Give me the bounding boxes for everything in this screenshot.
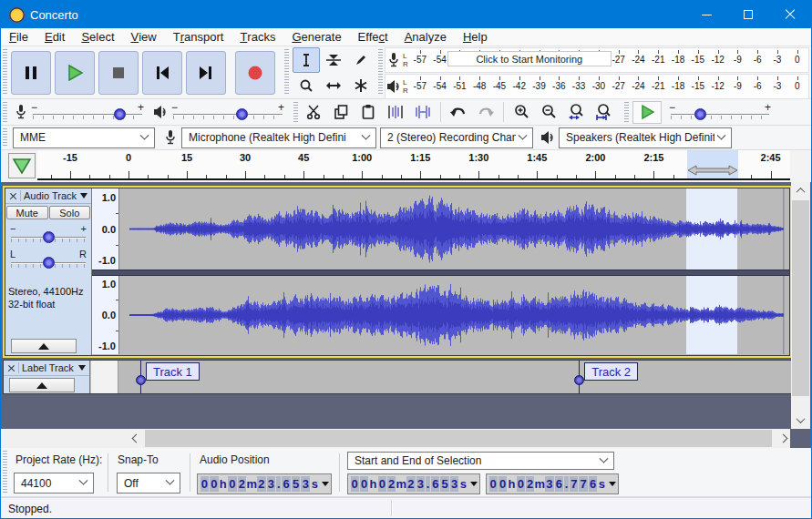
time-digit[interactable]: 0	[499, 476, 507, 492]
recording-device-select[interactable]: Microphone (Realtek High Defini	[181, 127, 376, 148]
time-digit[interactable]: 0	[210, 476, 219, 492]
draw-tool-button[interactable]	[347, 47, 375, 73]
record-button[interactable]	[235, 51, 275, 95]
play-button[interactable]	[55, 51, 95, 95]
scroll-right-button[interactable]	[774, 429, 792, 448]
time-digit[interactable]: 7	[579, 476, 587, 492]
time-digit[interactable]: 6	[282, 476, 291, 492]
timeline-ruler[interactable]: -1501530451:001:151:301:452:002:152:302:…	[37, 150, 790, 180]
time-digit[interactable]: 0	[351, 476, 359, 492]
play-speed-slider[interactable]: − +	[669, 102, 771, 122]
playback-volume-slider[interactable]: − +	[171, 102, 284, 122]
time-unit[interactable]: m	[396, 476, 406, 492]
audio-position-field[interactable]: 00h02m23.653s	[197, 473, 332, 494]
menu-file[interactable]: File	[1, 28, 36, 46]
horizontal-scrollbar-thumb[interactable]	[145, 430, 772, 447]
label-marker-handle[interactable]	[574, 375, 584, 385]
transport-toolbar-grip[interactable]	[3, 49, 7, 96]
time-digit[interactable]: 0	[378, 476, 386, 492]
monitoring-overlay[interactable]: Click to Start Monitoring	[447, 51, 612, 66]
time-digit[interactable]: 0	[517, 476, 525, 492]
zoom-tool-button[interactable]	[293, 73, 320, 98]
time-digit[interactable]: 0	[228, 476, 237, 492]
silence-audio-button[interactable]	[410, 100, 436, 124]
pause-button[interactable]	[11, 51, 51, 95]
fit-project-button[interactable]	[591, 100, 616, 124]
play-at-speed-button[interactable]	[632, 101, 662, 124]
close-track-button[interactable]	[5, 361, 18, 375]
time-digit[interactable]: 6	[431, 476, 439, 492]
time-unit[interactable]: h	[369, 476, 377, 492]
playback-volume-thumb[interactable]	[236, 108, 248, 120]
time-digit[interactable]: 2	[238, 476, 247, 492]
fit-selection-button[interactable]	[563, 100, 589, 124]
scroll-left-button[interactable]	[127, 429, 145, 448]
time-digit[interactable]: 0	[489, 476, 498, 492]
audio-track[interactable]: Audio Track Mute Solo − + L R	[3, 186, 792, 358]
paste-button[interactable]	[355, 100, 381, 124]
time-digit[interactable]: 5	[440, 476, 448, 492]
time-digit[interactable]: .	[276, 476, 281, 492]
collapse-track-button[interactable]	[11, 339, 77, 353]
skip-to-start-button[interactable]	[142, 51, 182, 95]
menu-help[interactable]: Help	[455, 28, 496, 46]
timeline-options-button[interactable]	[8, 153, 36, 178]
audio-host-select[interactable]: MME	[13, 127, 155, 148]
time-digit[interactable]: 2	[257, 476, 266, 492]
label-track[interactable]: Label Track Track 1Track 2	[3, 360, 792, 394]
selection-toolbar-grip[interactable]	[3, 451, 7, 494]
label-track-content[interactable]: Track 1Track 2	[119, 361, 791, 393]
time-digit[interactable]: 3	[450, 476, 458, 492]
time-digit[interactable]: 2	[406, 476, 415, 492]
maximize-button[interactable]	[727, 1, 769, 28]
horizontal-scrollbar[interactable]	[127, 429, 792, 448]
copy-button[interactable]	[328, 100, 354, 124]
pan-slider[interactable]: L R	[10, 249, 87, 272]
selection-mode-select[interactable]: Start and End of Selection	[347, 452, 614, 470]
time-shift-tool-button[interactable]	[320, 73, 347, 98]
time-unit[interactable]: s	[311, 476, 320, 492]
time-digit[interactable]: 6	[555, 476, 563, 492]
waveform-channel-2[interactable]	[119, 276, 789, 354]
pan-thumb[interactable]	[43, 257, 55, 269]
scroll-up-button[interactable]	[791, 182, 810, 199]
redo-button[interactable]	[473, 100, 499, 124]
close-track-button[interactable]	[6, 189, 20, 203]
time-digit[interactable]: 3	[267, 476, 276, 492]
minimize-button[interactable]	[685, 1, 727, 28]
mute-button[interactable]: Mute	[6, 206, 48, 219]
time-digit[interactable]: 6	[589, 476, 597, 492]
edit-toolbar-grip[interactable]	[293, 102, 298, 122]
play-speed-thumb[interactable]	[694, 108, 706, 120]
gain-slider[interactable]: − +	[10, 223, 87, 247]
label-text-box[interactable]: Track 1	[146, 362, 200, 381]
vertical-scrollbar[interactable]	[791, 182, 810, 429]
solo-button[interactable]: Solo	[49, 206, 91, 219]
zoom-in-button[interactable]	[509, 100, 534, 124]
waveform-channel-1[interactable]	[119, 188, 789, 270]
channel-separator[interactable]	[92, 270, 789, 276]
timeline-selection-region[interactable]	[687, 150, 738, 178]
time-digit[interactable]: 2	[526, 476, 534, 492]
timefield-caret-icon[interactable]	[609, 482, 616, 486]
trim-audio-button[interactable]	[383, 100, 408, 124]
close-button[interactable]	[769, 1, 811, 28]
label-marker-handle[interactable]	[136, 375, 146, 385]
vertical-ruler-ch1[interactable]: 1.0 0.0 -1.0	[92, 188, 119, 270]
device-toolbar-grip[interactable]	[3, 128, 7, 147]
time-digit[interactable]: 0	[360, 476, 368, 492]
label-text-box[interactable]: Track 2	[584, 362, 638, 381]
recording-channels-select[interactable]: 2 (Stereo) Recording Channels	[380, 127, 533, 148]
menu-generate[interactable]: Generate	[283, 28, 349, 46]
time-digit[interactable]: .	[426, 476, 430, 492]
menu-tracks[interactable]: Tracks	[231, 28, 283, 46]
selection-tool-button[interactable]	[293, 47, 320, 73]
time-digit[interactable]: 7	[570, 476, 578, 492]
recording-volume-slider[interactable]: − +	[31, 102, 144, 122]
time-unit[interactable]: h	[508, 476, 516, 492]
zoom-out-button[interactable]	[536, 100, 561, 124]
time-unit[interactable]: m	[535, 476, 545, 492]
cut-button[interactable]	[301, 100, 326, 124]
selection-end-field[interactable]: 00h02m36.776s	[486, 473, 619, 494]
undo-button[interactable]	[446, 100, 471, 124]
